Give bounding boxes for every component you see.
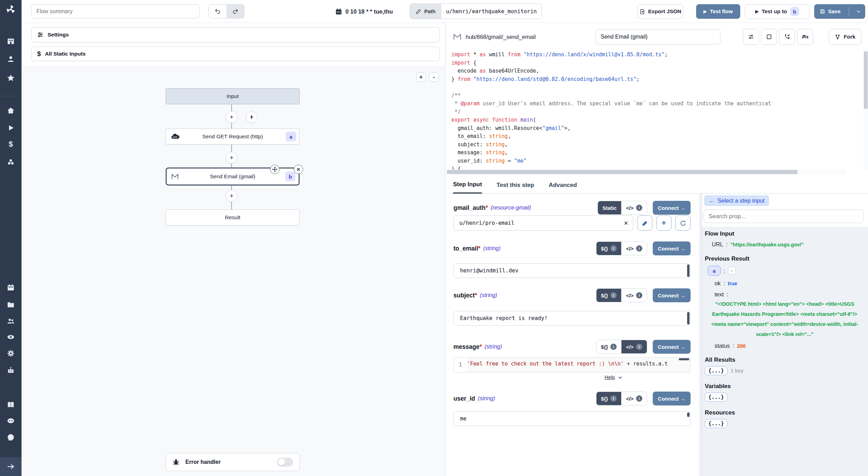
scrollbar-thumb[interactable]	[864, 51, 868, 109]
home-icon[interactable]	[7, 106, 15, 115]
code-editor[interactable]: import * as wmill from "https://deno.lan…	[447, 49, 863, 170]
search-prop-input[interactable]	[703, 210, 864, 223]
add-resource-button[interactable]: +	[656, 215, 671, 231]
collapse-badge[interactable]: -	[728, 267, 736, 274]
select-step-input-pill[interactable]: ← Select a step input	[704, 195, 769, 206]
scrollbar-thumb[interactable]	[447, 170, 798, 174]
collapse-arrow-icon[interactable]	[7, 462, 15, 471]
mode-javascript[interactable]: </>i	[621, 392, 647, 405]
tab-advanced[interactable]: Advanced	[549, 182, 577, 193]
edit-resource-button[interactable]	[637, 215, 652, 231]
info-icon[interactable]: i	[610, 344, 617, 350]
connect-button[interactable]: Connect →	[653, 340, 691, 354]
groups-icon[interactable]	[7, 317, 15, 325]
export-json-button[interactable]: Export JSON	[637, 4, 683, 19]
path-group[interactable]: Path u/henri/earthquake_monitorin	[410, 3, 542, 19]
redo-button[interactable]	[226, 5, 244, 18]
connect-button[interactable]: Connect →	[653, 288, 691, 302]
audit-logs-icon[interactable]	[7, 333, 15, 341]
save-dropdown-button[interactable]	[852, 9, 865, 14]
info-icon[interactable]: i	[636, 205, 642, 211]
code-horizontal-scrollbar[interactable]	[447, 170, 846, 174]
workspace-icon[interactable]	[7, 37, 15, 46]
github-icon[interactable]	[7, 433, 15, 442]
info-icon[interactable]: i	[636, 395, 642, 402]
workers-icon[interactable]	[7, 366, 15, 375]
discord-icon[interactable]	[7, 417, 15, 425]
favorites-icon[interactable]	[7, 74, 15, 82]
info-icon[interactable]: i	[610, 292, 617, 298]
panel-resize-handle[interactable]	[700, 194, 702, 476]
step-a-badge[interactable]: a	[708, 266, 721, 276]
info-icon[interactable]: i	[636, 245, 642, 252]
refresh-resource-button[interactable]	[675, 215, 691, 231]
all-static-inputs-box[interactable]: $ All Static Inputs	[31, 47, 440, 61]
text-row[interactable]: text :	[715, 291, 865, 298]
connect-button[interactable]: Connect →	[653, 392, 691, 405]
move-step-handle[interactable]	[270, 165, 279, 174]
code-vertical-scrollbar[interactable]	[863, 49, 868, 170]
add-step-button[interactable]: +	[226, 111, 237, 123]
save-button[interactable]: Save	[815, 8, 846, 15]
reload-script-button[interactable]	[743, 29, 759, 45]
docs-icon[interactable]	[7, 401, 15, 409]
previous-result-a-row[interactable]: a : -	[708, 266, 865, 276]
status-row[interactable]: status : 200	[715, 343, 865, 349]
mode-static[interactable]: Static	[598, 201, 621, 214]
object-badge[interactable]: {...}	[705, 419, 727, 428]
mode-javascript[interactable]: </>i	[621, 340, 647, 353]
info-icon[interactable]: i	[610, 245, 617, 252]
text-value[interactable]: "<!DOCTYPE html> <html lang="en"> <head>…	[710, 299, 859, 339]
step-a-node[interactable]: HTTP Send GET Request (http) a	[166, 129, 300, 145]
resource-input[interactable]: u/henri/pro-email ×	[453, 215, 633, 231]
info-icon[interactable]: i	[636, 292, 642, 298]
connect-button[interactable]: Connect →	[653, 241, 691, 255]
windmill-logo[interactable]	[6, 4, 16, 15]
assistant-button[interactable]	[779, 29, 795, 45]
chevron-down-icon[interactable]	[618, 375, 623, 380]
mode-javascript[interactable]: </>i	[621, 242, 647, 255]
user-icon[interactable]	[7, 55, 15, 63]
zoom-in-button[interactable]: +	[416, 72, 426, 82]
mode-static[interactable]: ${}i	[596, 242, 621, 255]
trigger-bolt-button[interactable]	[246, 111, 258, 123]
subject-input[interactable]: Earthquake report is ready!	[453, 311, 691, 326]
clear-icon[interactable]: ×	[624, 219, 628, 227]
fork-button[interactable]: Fork	[829, 29, 861, 45]
object-badge[interactable]: {...}	[705, 366, 727, 375]
mode-static[interactable]: ${}i	[596, 392, 621, 405]
connect-button[interactable]: Connect →	[653, 201, 691, 215]
step-name-input[interactable]	[595, 29, 720, 44]
flow-summary-input[interactable]	[31, 4, 200, 18]
schedules-icon[interactable]	[7, 284, 15, 292]
resources-icon[interactable]	[7, 158, 15, 166]
mode-javascript[interactable]: </>i	[621, 289, 647, 302]
expand-editor-button[interactable]	[761, 29, 777, 45]
schedule-display[interactable]: 0 10 18 * * tue,thu	[335, 0, 393, 23]
variables-icon[interactable]: $	[7, 140, 15, 148]
diff-view-button[interactable]	[797, 29, 813, 45]
ok-row[interactable]: ok : true	[715, 280, 865, 287]
message-code-editor[interactable]: 1 'Feel free to check out the latest rep…	[453, 357, 691, 372]
result-node[interactable]: Result	[166, 210, 300, 225]
info-icon[interactable]: i	[610, 395, 617, 402]
add-step-button[interactable]: +	[226, 152, 237, 164]
zoom-out-button[interactable]: -	[429, 72, 439, 82]
mode-static[interactable]: ${}i	[596, 340, 621, 353]
mode-static[interactable]: ${}i	[596, 289, 621, 302]
to-email-input[interactable]: henri@windmill.dev	[453, 263, 691, 278]
test-up-to-button[interactable]: ▶ Test up to b	[745, 4, 810, 19]
settings-box[interactable]: Settings	[31, 27, 440, 42]
error-handler-toggle[interactable]	[277, 458, 293, 467]
mode-javascript[interactable]: </>i	[621, 201, 647, 214]
test-flow-button[interactable]: ▶ Test flow	[696, 4, 740, 19]
object-badge[interactable]: {...}	[705, 393, 727, 402]
undo-button[interactable]	[209, 5, 226, 18]
flow-input-url-row[interactable]: URL : "https://earthquake.usgs.gov/"	[712, 241, 865, 248]
user-id-input[interactable]: me	[453, 411, 691, 426]
input-node[interactable]: Input	[166, 88, 300, 104]
delete-step-button[interactable]: ×	[294, 165, 303, 174]
info-icon[interactable]: i	[636, 344, 642, 350]
tab-test-this-step[interactable]: Test this step	[496, 182, 534, 193]
error-handler-box[interactable]: Error handler	[166, 453, 300, 471]
